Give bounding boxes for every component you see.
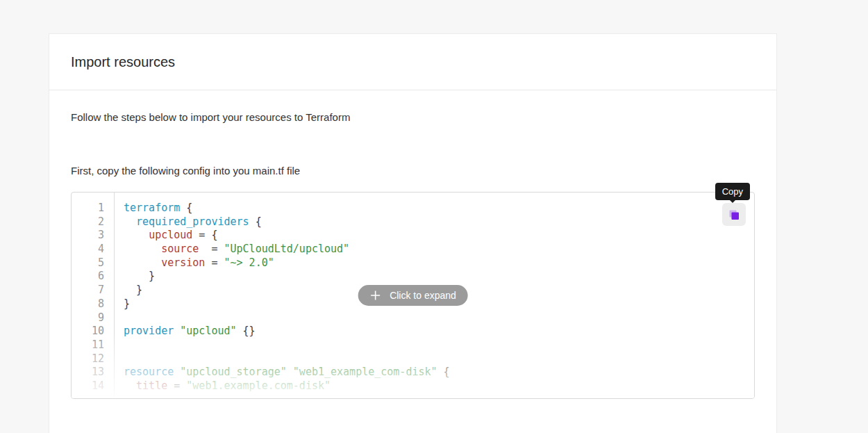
line-number: 3 <box>72 229 114 243</box>
code-line: 11 <box>72 338 754 352</box>
copy-button[interactable] <box>722 203 746 226</box>
code-line: 10provider "upcloud" {} <box>72 325 754 338</box>
step-instruction: First, copy the following config into yo… <box>71 165 755 177</box>
code-line: 9 <box>72 311 754 325</box>
code-line: 4 source = "UpCloudLtd/upcloud" <box>72 243 754 256</box>
code-text: } <box>114 270 155 284</box>
code-line: 13resource "upcloud_storage" "web1_examp… <box>72 366 754 379</box>
code-text <box>114 311 124 325</box>
code-text: terraform { <box>114 202 192 215</box>
code-text <box>114 338 124 352</box>
code-text: } <box>114 297 130 311</box>
code-line: 5 version = "~> 2.0" <box>72 256 754 270</box>
line-number: 14 <box>72 379 114 393</box>
line-number: 1 <box>72 202 114 215</box>
code-line: 3 upcloud = { <box>72 229 754 243</box>
plus-icon <box>369 290 381 301</box>
page-title: Import resources <box>71 54 175 70</box>
code-text: source = "UpCloudLtd/upcloud" <box>114 243 349 256</box>
code-text: resource "upcloud_storage" "web1_example… <box>114 366 450 379</box>
expand-button[interactable]: Click to expand <box>358 285 468 306</box>
card-header: Import resources <box>49 34 776 90</box>
code-text: } <box>114 284 142 297</box>
code-text: upcloud = { <box>114 229 217 243</box>
code-line: 14 title = "web1.example.com-disk" <box>72 379 754 393</box>
line-number: 7 <box>72 284 114 297</box>
copy-tooltip: Copy <box>715 183 750 200</box>
line-number: 10 <box>72 325 114 338</box>
code-line: 1terraform { <box>72 202 754 215</box>
copy-tooltip-label: Copy <box>722 186 743 197</box>
line-number: 13 <box>72 366 114 379</box>
code-text <box>114 352 124 366</box>
line-number: 12 <box>72 352 114 366</box>
intro-text: Follow the steps below to import your re… <box>71 111 755 123</box>
expand-button-label: Click to expand <box>390 290 456 301</box>
card-body: Follow the steps below to import your re… <box>49 111 776 399</box>
import-resources-card: Import resources Follow the steps below … <box>49 33 777 433</box>
code-text: version = "~> 2.0" <box>114 256 274 270</box>
line-number: 8 <box>72 297 114 311</box>
line-number: 9 <box>72 311 114 325</box>
copy-icon <box>728 209 740 221</box>
code-text: title = "web1.example.com-disk" <box>114 379 331 393</box>
code-line: 12 <box>72 352 754 366</box>
code-text: provider "upcloud" {} <box>114 325 256 338</box>
line-number: 6 <box>72 270 114 284</box>
code-line: 2 required_providers { <box>72 215 754 229</box>
code-line: 6 } <box>72 270 754 284</box>
code-block-wrapper: 1terraform {2 required_providers {3 upcl… <box>71 192 755 399</box>
line-number: 11 <box>72 338 114 352</box>
line-number: 2 <box>72 215 114 229</box>
line-number: 5 <box>72 256 114 270</box>
code-panel: 1terraform {2 required_providers {3 upcl… <box>71 192 755 399</box>
code-text: required_providers { <box>114 215 262 229</box>
line-number: 4 <box>72 243 114 256</box>
